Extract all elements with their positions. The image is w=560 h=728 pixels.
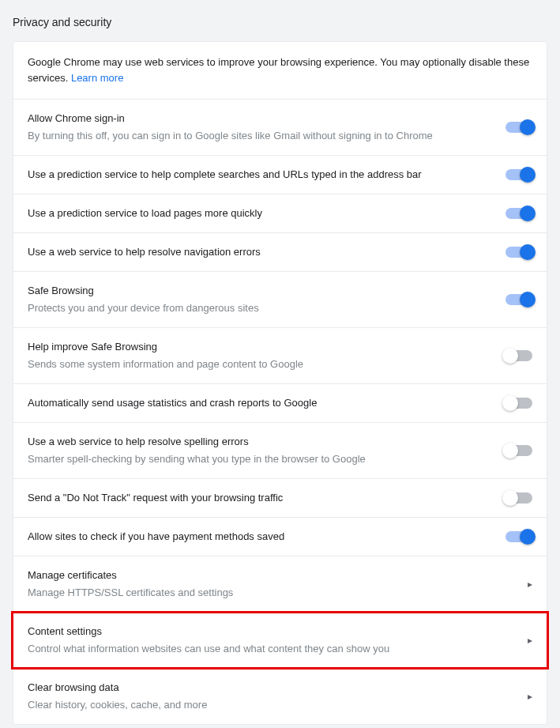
row-label: Clear browsing data [28, 680, 515, 696]
row-text: Help improve Safe BrowsingSends some sys… [28, 339, 506, 372]
toggle-allow-sites-to-check-if-you-have-payment[interactable] [506, 531, 532, 542]
row-subtext: Protects you and your device from danger… [28, 300, 493, 316]
row-automatically-send-usage-statistics-and-: Automatically send usage statistics and … [13, 383, 547, 422]
row-safe-browsing: Safe BrowsingProtects you and your devic… [13, 271, 547, 327]
info-banner: Google Chrome may use web services to im… [13, 42, 547, 99]
toggle-use-a-web-service-to-help-resolve-naviga[interactable] [506, 247, 532, 258]
row-subtext: Smarter spell-checking by sending what y… [28, 451, 493, 467]
toggle-knob [520, 529, 536, 545]
row-label: Help improve Safe Browsing [28, 339, 493, 355]
toggle-automatically-send-usage-statistics-and-[interactable] [506, 398, 532, 409]
row-clear-browsing-data[interactable]: Clear browsing dataClear history, cookie… [13, 668, 547, 724]
row-manage-certificates[interactable]: Manage certificatesManage HTTPS/SSL cert… [13, 556, 547, 612]
row-use-a-web-service-to-help-resolve-naviga: Use a web service to help resolve naviga… [13, 232, 547, 271]
row-text: Content settingsControl what information… [28, 624, 528, 657]
row-use-a-prediction-service-to-help-complet: Use a prediction service to help complet… [13, 155, 547, 194]
row-subtext: Control what information websites can us… [28, 641, 515, 657]
row-text: Allow sites to check if you have payment… [28, 529, 506, 545]
row-send-a-do-not-track-request-with-your-br: Send a "Do Not Track" request with your … [13, 478, 547, 517]
toggle-use-a-prediction-service-to-help-complet[interactable] [506, 169, 532, 180]
row-content-settings[interactable]: Content settingsControl what information… [13, 612, 547, 668]
row-use-a-web-service-to-help-resolve-spelli: Use a web service to help resolve spelli… [13, 422, 547, 478]
row-label: Automatically send usage statistics and … [28, 395, 493, 411]
row-label: Use a web service to help resolve naviga… [28, 244, 493, 260]
toggle-use-a-prediction-service-to-load-pages-m[interactable] [506, 208, 532, 219]
toggle-knob [502, 348, 518, 364]
row-text: Manage certificatesManage HTTPS/SSL cert… [28, 568, 528, 601]
row-label: Allow Chrome sign-in [28, 111, 493, 126]
toggle-use-a-web-service-to-help-resolve-spelli[interactable] [506, 445, 532, 456]
row-text: Send a "Do Not Track" request with your … [28, 490, 506, 506]
row-text: Clear browsing dataClear history, cookie… [28, 680, 528, 713]
row-allow-sites-to-check-if-you-have-payment: Allow sites to check if you have payment… [13, 517, 547, 556]
toggle-knob [520, 244, 536, 260]
row-text: Safe BrowsingProtects you and your devic… [28, 283, 506, 316]
learn-more-link[interactable]: Learn more [71, 72, 123, 84]
row-text: Allow Chrome sign-inBy turning this off,… [28, 111, 506, 144]
chevron-right-icon: ▸ [528, 579, 532, 590]
toggle-help-improve-safe-browsing[interactable] [506, 350, 532, 361]
chevron-right-icon: ▸ [528, 691, 532, 702]
row-label: Allow sites to check if you have payment… [28, 529, 493, 545]
row-allow-chrome-sign-in: Allow Chrome sign-inBy turning this off,… [13, 99, 547, 155]
row-label: Send a "Do Not Track" request with your … [28, 490, 493, 506]
toggle-knob [520, 119, 536, 135]
toggle-knob [520, 292, 536, 307]
toggle-knob [502, 443, 518, 458]
toggle-safe-browsing[interactable] [506, 294, 532, 305]
chevron-right-icon: ▸ [528, 635, 532, 646]
row-label: Use a web service to help resolve spelli… [28, 434, 493, 450]
row-label: Use a prediction service to load pages m… [28, 206, 493, 221]
row-text: Use a prediction service to help complet… [28, 167, 506, 183]
row-subtext: Clear history, cookies, cache, and more [28, 697, 515, 713]
privacy-card: Google Chrome may use web services to im… [13, 41, 547, 725]
row-subtext: Sends some system information and page c… [28, 356, 493, 372]
toggle-knob [502, 395, 518, 411]
row-subtext: By turning this off, you can sign in to … [28, 128, 493, 144]
row-text: Use a prediction service to load pages m… [28, 206, 506, 221]
row-label: Safe Browsing [28, 283, 493, 299]
toggle-send-a-do-not-track-request-with-your-br[interactable] [506, 492, 532, 504]
row-help-improve-safe-browsing: Help improve Safe BrowsingSends some sys… [13, 327, 547, 383]
row-use-a-prediction-service-to-load-pages-m: Use a prediction service to load pages m… [13, 194, 547, 232]
row-label: Manage certificates [28, 568, 515, 583]
row-label: Content settings [28, 624, 515, 639]
toggle-knob [520, 206, 536, 221]
row-subtext: Manage HTTPS/SSL certificates and settin… [28, 585, 515, 601]
row-label: Use a prediction service to help complet… [28, 167, 493, 183]
toggle-knob [520, 167, 536, 183]
section-title-privacy: Privacy and security [0, 0, 560, 41]
toggle-allow-chrome-sign-in[interactable] [506, 122, 532, 133]
row-text: Use a web service to help resolve naviga… [28, 244, 506, 260]
row-text: Automatically send usage statistics and … [28, 395, 506, 411]
row-text: Use a web service to help resolve spelli… [28, 434, 506, 467]
toggle-knob [502, 490, 518, 506]
